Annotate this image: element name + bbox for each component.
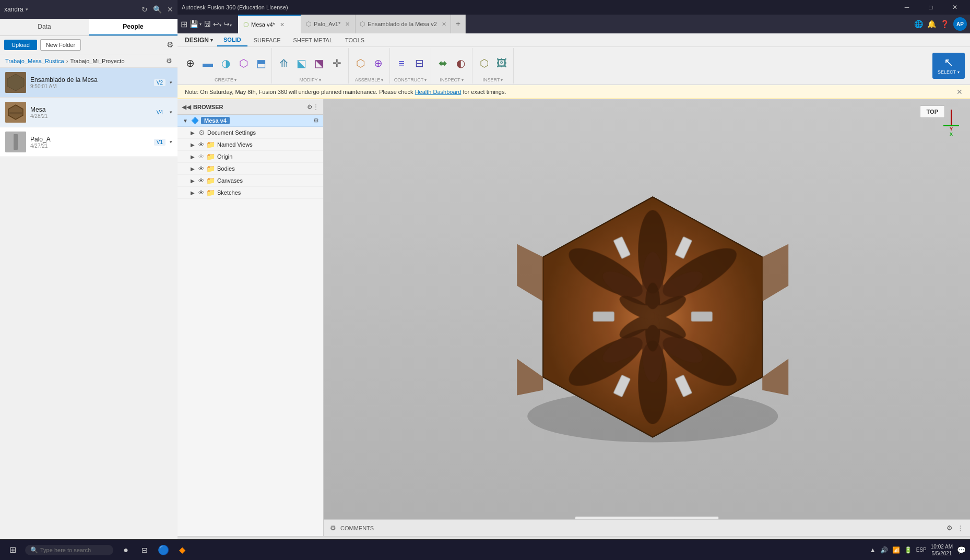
expand-origin[interactable]: ▶ xyxy=(189,154,196,160)
breadcrumb-item-1[interactable]: Trabajo_Mesa_Rustica xyxy=(5,58,64,64)
extrude-button[interactable]: ▬ xyxy=(199,56,216,70)
version-dropdown-3[interactable]: ▾ xyxy=(170,139,172,145)
expand-canvases[interactable]: ▶ xyxy=(189,178,196,184)
tree-item-named-views[interactable]: ▶ 👁 📁 Named Views xyxy=(178,139,323,151)
taskbar-task-view[interactable]: ⊟ xyxy=(136,542,153,558)
browser-collapse-button[interactable]: ◀◀ xyxy=(182,103,191,111)
user-menu[interactable]: xandra ▾ xyxy=(4,6,28,13)
origin-visibility-icon[interactable]: 👁 xyxy=(198,153,204,160)
breadcrumb-settings-icon[interactable]: ⚙ xyxy=(166,57,172,65)
tree-item-origin[interactable]: ▶ 👁 📁 Origin xyxy=(178,151,323,163)
new-folder-button[interactable]: New Folder xyxy=(40,39,81,51)
app-close[interactable]: ✕ xyxy=(944,0,966,15)
comments-settings-icon[interactable]: ⚙ xyxy=(947,524,953,532)
sync-icon[interactable]: 🌐 xyxy=(914,20,923,28)
grid-icon[interactable]: ⊞ xyxy=(181,19,187,29)
interference-button[interactable]: ◐ xyxy=(452,56,469,70)
taskbar-fusion[interactable]: ◆ xyxy=(174,542,191,558)
insert-image-button[interactable]: 🖼 xyxy=(493,56,510,70)
chamfer-button[interactable]: ⬔ xyxy=(311,56,327,70)
undo-icon[interactable]: ↩▾ xyxy=(213,20,221,28)
app-maximize[interactable]: □ xyxy=(920,0,942,15)
tree-item-document-settings[interactable]: ▶ ⚙ Document Settings xyxy=(178,127,323,139)
revolve-button[interactable]: ◑ xyxy=(217,56,234,70)
save-icon[interactable]: 🖫 xyxy=(204,20,211,28)
taskbar-search[interactable]: 🔍 xyxy=(25,545,113,555)
taskbar-start[interactable]: ⊞ xyxy=(4,542,21,558)
doc-tab-ensamblado[interactable]: ⬡ Ensamblado de la Mesa v2 ✕ xyxy=(356,15,451,33)
tab-data[interactable]: Data xyxy=(0,19,89,35)
notification-icon[interactable]: 🔔 xyxy=(927,20,936,28)
settings-icon[interactable]: ⚙ xyxy=(167,40,173,50)
sketches-visibility-icon[interactable]: 👁 xyxy=(198,189,204,196)
viewport[interactable]: TOP Y X ⟳ ▾ ⬡ ✋ 🔍 ▾ ⬛ xyxy=(324,99,970,536)
doc-settings-icon[interactable]: ⚙ xyxy=(313,117,319,124)
taskbar-search-input[interactable] xyxy=(40,547,108,553)
sweep-button[interactable]: ⬡ xyxy=(235,56,252,70)
insert-mesh-button[interactable]: ⬡ xyxy=(476,56,492,70)
joint-button[interactable]: ⊕ xyxy=(370,56,386,70)
taskbar-volume-icon[interactable]: 🔊 xyxy=(880,546,888,554)
tree-item-canvases[interactable]: ▶ 👁 📁 Canvases xyxy=(178,175,323,187)
taskbar-up-arrow[interactable]: ▲ xyxy=(870,546,876,554)
create-new-button[interactable]: ⊕ xyxy=(182,56,198,70)
browser-doc-root[interactable]: ▼ 🔷 Mesa v4 ⚙ xyxy=(178,115,323,127)
taskbar-battery-icon[interactable]: 🔋 xyxy=(904,546,912,554)
fillet-button[interactable]: ⬕ xyxy=(293,56,310,70)
new-tab-button[interactable]: + xyxy=(451,15,466,33)
measure-button[interactable]: ⬌ xyxy=(434,56,451,70)
doc-tab-palo[interactable]: ⬡ Palo_Av1* ✕ xyxy=(301,15,356,33)
tab-people[interactable]: People xyxy=(89,19,178,35)
midplane-button[interactable]: ⊟ xyxy=(411,56,428,70)
comments-expand-icon[interactable]: ⚙ xyxy=(330,524,336,532)
app-minimize[interactable]: ─ xyxy=(896,0,918,15)
expand-bodies[interactable]: ▶ xyxy=(189,166,196,172)
new-component-button[interactable]: ⬡ xyxy=(352,56,369,70)
upload-button[interactable]: Upload xyxy=(4,40,37,50)
move-button[interactable]: ✛ xyxy=(328,56,345,70)
file-item-mesa[interactable]: Mesa 4/28/21 V4 ▾ xyxy=(0,98,178,127)
taskbar-clock[interactable]: 10:02 AM 5/5/2021 xyxy=(931,543,953,557)
browser-settings-icon[interactable]: ⚙ xyxy=(307,103,313,111)
loft-button[interactable]: ⬒ xyxy=(253,56,269,70)
taskbar-chrome[interactable]: 🔵 xyxy=(155,542,172,558)
offset-plane-button[interactable]: ≡ xyxy=(393,56,410,70)
redo-icon[interactable]: ↪▾ xyxy=(223,20,232,28)
tab-tools[interactable]: TOOLS xyxy=(339,33,371,46)
search-icon[interactable]: 🔍 xyxy=(153,5,162,14)
save-dropdown-icon[interactable]: 💾▾ xyxy=(190,20,202,28)
design-dropdown[interactable]: DESIGN ▾ xyxy=(181,37,217,44)
close-tab-ensamblado[interactable]: ✕ xyxy=(442,21,446,28)
expand-named-views[interactable]: ▶ xyxy=(189,142,196,148)
tab-surface[interactable]: SURFACE xyxy=(247,33,287,46)
close-tab-mesa[interactable]: ✕ xyxy=(280,21,285,28)
close-left-icon[interactable]: ✕ xyxy=(167,5,173,14)
tab-sheet-metal[interactable]: SHEET METAL xyxy=(287,33,339,46)
select-button[interactable]: ↖ SELECT ▾ xyxy=(932,53,965,79)
expand-root-icon[interactable]: ▼ xyxy=(182,118,189,124)
named-views-visibility-icon[interactable]: 👁 xyxy=(198,141,204,148)
avatar[interactable]: AP xyxy=(953,17,967,31)
canvases-visibility-icon[interactable]: 👁 xyxy=(198,177,204,184)
expand-sketches[interactable]: ▶ xyxy=(189,190,196,196)
taskbar-wifi-icon[interactable]: 📶 xyxy=(892,546,900,554)
file-item-palo[interactable]: Palo_A 4/27/21 V1 ▾ xyxy=(0,127,178,157)
taskbar-notification-center[interactable]: 💬 xyxy=(957,546,966,554)
version-dropdown-1[interactable]: ▾ xyxy=(170,80,172,85)
health-dashboard-link[interactable]: Health Dashboard xyxy=(415,89,462,95)
close-tab-palo[interactable]: ✕ xyxy=(345,21,350,28)
help-icon[interactable]: ❓ xyxy=(940,20,949,28)
press-pull-button[interactable]: ⟰ xyxy=(275,56,292,70)
browser-drag-icon[interactable]: ⋮ xyxy=(313,103,319,111)
doc-tab-mesa-v4[interactable]: ⬡ Mesa v4* ✕ xyxy=(238,15,301,33)
notification-close[interactable]: ✕ xyxy=(956,88,963,96)
version-dropdown-2[interactable]: ▾ xyxy=(170,110,172,115)
file-item-ensamblado[interactable]: Ensamblado de la Mesa 9:50:01 AM V2 ▾ xyxy=(0,68,178,98)
breadcrumb-item-2[interactable]: Trabajo_Mi_Proyecto xyxy=(70,58,124,64)
tree-item-sketches[interactable]: ▶ 👁 📁 Sketches xyxy=(178,187,323,199)
tab-solid[interactable]: SOLID xyxy=(217,33,247,46)
bodies-visibility-icon[interactable]: 👁 xyxy=(198,165,204,172)
expand-doc-settings[interactable]: ▶ xyxy=(189,130,196,136)
comments-drag-handle[interactable]: ⋮ xyxy=(957,524,964,532)
refresh-icon[interactable]: ↻ xyxy=(141,5,148,14)
